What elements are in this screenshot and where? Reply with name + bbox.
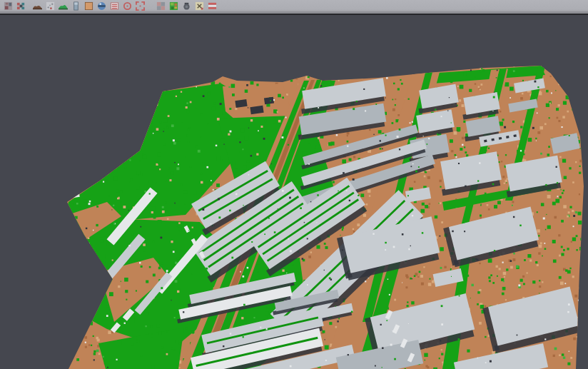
measure-icon (208, 1, 217, 11)
terrain-model-icon (33, 1, 42, 11)
rectangle-selection-icon (136, 1, 145, 11)
point-tools-button[interactable] (15, 1, 26, 11)
subsample-button[interactable] (155, 1, 166, 11)
snapshot-button[interactable] (181, 1, 192, 11)
ground-points-icon (46, 1, 55, 11)
toolbar-separator (27, 1, 31, 1)
application-window (0, 0, 588, 369)
attribute-table-button[interactable] (108, 1, 120, 11)
circle-selection-button[interactable] (121, 1, 133, 11)
globe-button[interactable] (96, 1, 107, 11)
classification-button[interactable] (168, 1, 179, 11)
main-toolbar (0, 0, 588, 15)
profile-view-icon (71, 1, 81, 11)
vegetation-model-button[interactable] (57, 1, 69, 11)
toolbar-separator (146, 1, 154, 1)
measure-button[interactable] (206, 1, 218, 11)
ortho-image-button[interactable] (83, 1, 94, 11)
attribute-table-icon (110, 1, 119, 11)
terrain-model-button[interactable] (31, 1, 43, 11)
clear-selection-icon (195, 1, 204, 11)
vegetation-model-icon (59, 1, 68, 11)
clear-selection-button[interactable] (193, 1, 205, 11)
point-tools-icon (16, 1, 26, 11)
globe-icon (97, 1, 106, 11)
subsample-icon (156, 1, 166, 11)
snapshot-icon (182, 1, 191, 11)
add-data-button[interactable] (2, 1, 14, 11)
ground-points-button[interactable] (44, 1, 56, 11)
ortho-image-icon (84, 1, 93, 11)
classification-icon (169, 1, 178, 11)
rectangle-selection-button[interactable] (134, 1, 146, 11)
profile-view-button[interactable] (70, 1, 81, 11)
add-data-icon (4, 1, 13, 11)
3d-viewport[interactable] (0, 15, 588, 369)
point-cloud-scene (0, 15, 588, 369)
circle-selection-icon (123, 1, 132, 11)
